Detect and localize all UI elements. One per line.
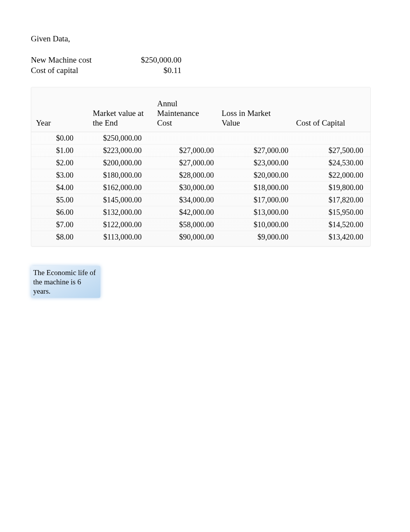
table-row: $3.00$180,000.00$28,000.00$20,000.00$22,… bbox=[31, 169, 370, 182]
table-cell bbox=[292, 132, 370, 144]
table-cell: $27,500.00 bbox=[292, 144, 370, 157]
table-cell: $8.00 bbox=[31, 231, 89, 246]
table-cell: $6.00 bbox=[31, 206, 89, 219]
col-header-cost-of-capital: Cost of Capital bbox=[292, 87, 370, 132]
table-cell: $28,000.00 bbox=[153, 169, 218, 182]
table-row: $4.00$162,000.00$30,000.00$18,000.00$19,… bbox=[31, 182, 370, 194]
table-body: $0.00$250,000.00$1.00$223,000.00$27,000.… bbox=[31, 132, 370, 246]
table-row: $5.00$145,000.00$34,000.00$17,000.00$17,… bbox=[31, 194, 370, 206]
table-cell: $13,420.00 bbox=[292, 231, 370, 246]
table-cell: $24,530.00 bbox=[292, 157, 370, 169]
params-block: New Machine cost $250,000.00 Cost of cap… bbox=[31, 55, 379, 75]
table-cell: $2.00 bbox=[31, 157, 89, 169]
table-row: $7.00$122,000.00$58,000.00$10,000.00$14,… bbox=[31, 219, 370, 231]
table-cell: $17,000.00 bbox=[218, 194, 292, 206]
table-cell: $13,000.00 bbox=[218, 206, 292, 219]
table-cell: $162,000.00 bbox=[89, 182, 153, 194]
cost-of-capital-label: Cost of capital bbox=[31, 66, 127, 75]
col-header-market-value: Market value at the End bbox=[89, 87, 153, 132]
cost-of-capital-value: $0.11 bbox=[127, 66, 181, 75]
data-table: Year Market value at the End Annul Maint… bbox=[31, 87, 370, 246]
machine-cost-label: New Machine cost bbox=[31, 55, 127, 65]
table-row: $0.00$250,000.00 bbox=[31, 132, 370, 144]
table-cell: $18,000.00 bbox=[218, 182, 292, 194]
table-cell: $0.00 bbox=[31, 132, 89, 144]
table-cell: $20,000.00 bbox=[218, 169, 292, 182]
table-cell: $7.00 bbox=[31, 219, 89, 231]
conclusion-callout: The Economic life of the machine is 6 ye… bbox=[31, 266, 100, 298]
col-header-year: Year bbox=[31, 87, 89, 132]
page-title: Given Data, bbox=[31, 34, 379, 44]
table-cell: $122,000.00 bbox=[89, 219, 153, 231]
table-cell bbox=[218, 132, 292, 144]
table-cell: $27,000.00 bbox=[153, 157, 218, 169]
param-row-machine-cost: New Machine cost $250,000.00 bbox=[31, 55, 379, 65]
col-header-loss-market-value: Loss in Market Value bbox=[218, 87, 292, 132]
table-cell: $180,000.00 bbox=[89, 169, 153, 182]
param-row-cost-of-capital: Cost of capital $0.11 bbox=[31, 66, 379, 75]
table-cell: $23,000.00 bbox=[218, 157, 292, 169]
table-cell: $22,000.00 bbox=[292, 169, 370, 182]
table-cell: $223,000.00 bbox=[89, 144, 153, 157]
table-cell: $19,800.00 bbox=[292, 182, 370, 194]
table-cell: $113,000.00 bbox=[89, 231, 153, 246]
data-table-container: Year Market value at the End Annul Maint… bbox=[31, 87, 371, 246]
col-header-maintenance-cost: Annul Maintenance Cost bbox=[153, 87, 218, 132]
table-cell: $200,000.00 bbox=[89, 157, 153, 169]
table-cell: $27,000.00 bbox=[153, 144, 218, 157]
table-row: $6.00$132,000.00$42,000.00$13,000.00$15,… bbox=[31, 206, 370, 219]
table-header-row: Year Market value at the End Annul Maint… bbox=[31, 87, 370, 132]
table-cell: $14,520.00 bbox=[292, 219, 370, 231]
table-row: $2.00$200,000.00$27,000.00$23,000.00$24,… bbox=[31, 157, 370, 169]
table-cell: $17,820.00 bbox=[292, 194, 370, 206]
table-cell: $58,000.00 bbox=[153, 219, 218, 231]
table-row: $8.00$113,000.00$90,000.00$9,000.00$13,4… bbox=[31, 231, 370, 246]
table-cell: $27,000.00 bbox=[218, 144, 292, 157]
table-cell bbox=[153, 132, 218, 144]
table-cell: $4.00 bbox=[31, 182, 89, 194]
table-cell: $10,000.00 bbox=[218, 219, 292, 231]
table-row: $1.00$223,000.00$27,000.00$27,000.00$27,… bbox=[31, 144, 370, 157]
table-cell: $5.00 bbox=[31, 194, 89, 206]
table-cell: $90,000.00 bbox=[153, 231, 218, 246]
table-cell: $250,000.00 bbox=[89, 132, 153, 144]
table-cell: $1.00 bbox=[31, 144, 89, 157]
table-cell: $15,950.00 bbox=[292, 206, 370, 219]
table-cell: $9,000.00 bbox=[218, 231, 292, 246]
table-cell: $34,000.00 bbox=[153, 194, 218, 206]
table-cell: $42,000.00 bbox=[153, 206, 218, 219]
table-cell: $30,000.00 bbox=[153, 182, 218, 194]
table-cell: $132,000.00 bbox=[89, 206, 153, 219]
machine-cost-value: $250,000.00 bbox=[127, 55, 181, 65]
table-cell: $3.00 bbox=[31, 169, 89, 182]
table-cell: $145,000.00 bbox=[89, 194, 153, 206]
